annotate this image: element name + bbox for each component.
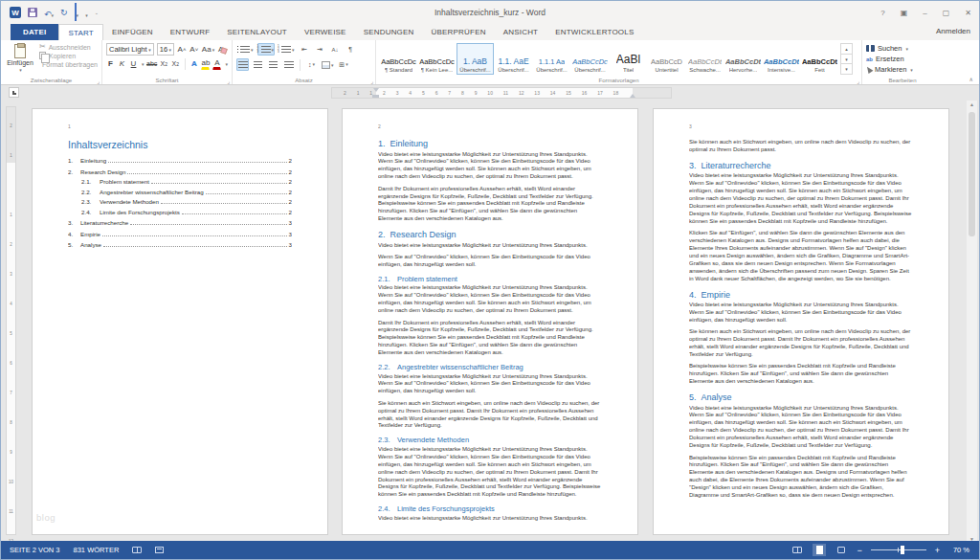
tab-start[interactable]: START	[58, 24, 102, 40]
align-right-button[interactable]	[267, 58, 279, 71]
customize-qat-icon[interactable]: ⌄	[95, 10, 99, 15]
zoom-level[interactable]: 70 %	[948, 546, 969, 554]
increase-indent-icon[interactable]: ⇥	[314, 43, 326, 56]
font-dialog-launcher-icon[interactable]: ⌟	[227, 78, 230, 84]
restore-icon[interactable]: ▢	[943, 9, 950, 17]
styles-dialog-launcher-icon[interactable]: ⌟	[857, 78, 859, 84]
tab-entwurf[interactable]: ENTWURF	[162, 24, 218, 40]
left-indent-marker[interactable]	[372, 95, 379, 98]
qat-list-button[interactable]: ▾	[85, 4, 88, 21]
page-1[interactable]: 1 Inhaltsverzeichnis 1.Einleitung2 2.Res…	[32, 108, 328, 535]
first-line-indent-marker[interactable]	[373, 88, 379, 92]
cut-button[interactable]: ✂Ausschneiden	[39, 43, 98, 51]
font-size-combo[interactable]: 16▾	[157, 43, 174, 56]
gallery-down-icon[interactable]: ▾	[841, 55, 852, 65]
font-name-dropdown-icon[interactable]: ▾	[148, 47, 151, 53]
zoom-slider-thumb[interactable]	[901, 546, 904, 554]
style-hervorhebung[interactable]: AaBbCcDtHervorhe...	[724, 43, 762, 75]
style-fett[interactable]: AaBbCcDtFett	[801, 43, 838, 75]
tab-seitenlayout[interactable]: SEITENLAYOUT	[218, 24, 296, 40]
numbering-button[interactable]: ▾	[257, 43, 276, 56]
style-intensive-hervorhebung[interactable]: AaBbCcDtIntensive...	[763, 43, 800, 75]
font-name-combo[interactable]: Calibri Light▾	[106, 43, 154, 56]
vertical-ruler[interactable]: 2 1 1 2 3 4 5 6 7 8 9 10 11 12	[6, 106, 16, 535]
horizontal-ruler[interactable]: 2 1 1 2 3 4 5 6 7 8 9 10 11 12 13 14 15 …	[331, 87, 672, 99]
collapse-ribbon-icon[interactable]: ∧	[969, 76, 973, 82]
shrink-font-button[interactable]: A˅	[189, 43, 199, 56]
clear-formatting-button[interactable]: A	[217, 43, 228, 56]
style-kein-leerraum[interactable]: AaBbCcDc¶ Kein Lee...	[418, 43, 456, 75]
proofing-icon[interactable]	[132, 547, 142, 553]
bullets-button[interactable]: ▾	[236, 43, 255, 56]
style-ueberschrift-3[interactable]: 1.1.1 AaÜberschrif...	[533, 43, 570, 75]
tab-ansicht[interactable]: ANSICHT	[495, 24, 547, 40]
word-count[interactable]: 831 WÖRTER	[74, 546, 120, 554]
paste-dropdown-icon[interactable]: ▾	[19, 67, 22, 73]
tab-einfuegen[interactable]: EINFÜGEN	[103, 24, 162, 40]
decrease-indent-icon[interactable]: ⇤	[299, 43, 311, 56]
style-ueberschrift-4[interactable]: AaBbCcDcÜberschrif...	[571, 43, 609, 75]
paste-button[interactable]: Einfügen ▾	[5, 43, 35, 74]
superscript-button[interactable]: X2	[171, 57, 180, 70]
close-icon[interactable]: ✕	[965, 9, 971, 17]
web-layout-button[interactable]	[835, 544, 848, 556]
show-paragraph-marks-icon[interactable]: ¶	[345, 43, 357, 56]
justify-button[interactable]	[282, 58, 295, 71]
text-effects-icon[interactable]: A	[189, 57, 198, 70]
italic-button[interactable]: K	[118, 57, 126, 70]
change-case-button[interactable]: Aa▾	[202, 43, 215, 56]
read-mode-button[interactable]	[791, 544, 804, 556]
sort-icon[interactable]: A↓	[329, 43, 342, 56]
replace-button[interactable]: abErsetzen	[866, 55, 939, 63]
print-layout-button[interactable]	[813, 544, 826, 556]
tab-sendungen[interactable]: SENDUNGEN	[355, 24, 423, 40]
tab-selector-button[interactable]	[9, 87, 19, 98]
bold-button[interactable]: F	[106, 57, 115, 70]
font-size-dropdown-icon[interactable]: ▾	[169, 47, 172, 53]
zoom-slider[interactable]	[871, 549, 926, 550]
clipboard-dialog-launcher-icon[interactable]: ⌟	[97, 78, 100, 84]
vertical-scrollbar[interactable]: ▲ ▼	[967, 101, 977, 543]
find-button[interactable]: Suchen▾	[866, 44, 939, 53]
align-center-button[interactable]	[252, 58, 264, 71]
sign-in-link[interactable]: Anmelden	[936, 27, 970, 35]
undo-button[interactable]: ↶▾	[44, 4, 54, 21]
subscript-button[interactable]: X2	[160, 57, 168, 70]
undo-dropdown-icon[interactable]: ▾	[52, 12, 55, 18]
tab-entwicklertools[interactable]: ENTWICKLERTOOLS	[546, 24, 642, 40]
underline-button[interactable]: U	[129, 57, 138, 70]
scrollbar-thumb[interactable]	[969, 112, 975, 236]
style-schwache-hervorhebung[interactable]: AaBbCcDtSchwache...	[686, 43, 724, 75]
gallery-more-icon[interactable]: ▾	[841, 64, 852, 74]
tab-ueberpruefen[interactable]: ÜBERPRÜFEN	[423, 24, 495, 40]
macro-icon[interactable]	[155, 547, 164, 553]
highlight-color-icon[interactable]: ab	[201, 57, 210, 70]
gallery-up-icon[interactable]: ▴	[841, 44, 852, 55]
style-untertitel[interactable]: AaBbCcDUntertitel	[648, 43, 685, 75]
style-ueberschrift-1[interactable]: 1. AaBÜberschrif...	[457, 43, 494, 75]
align-left-button[interactable]	[236, 58, 249, 71]
underline-dropdown-icon[interactable]: ▾	[142, 61, 145, 67]
grow-font-button[interactable]: A˄	[177, 43, 187, 56]
page-indicator[interactable]: SEITE 2 VON 3	[10, 546, 60, 554]
paragraph-dialog-launcher-icon[interactable]: ⌟	[370, 78, 373, 84]
zoom-out-button[interactable]: −	[857, 546, 861, 555]
ribbon-options-icon[interactable]: ▣	[901, 9, 908, 17]
multilevel-list-button[interactable]: ▾	[278, 43, 296, 56]
help-icon[interactable]: ?	[880, 9, 884, 17]
minimize-icon[interactable]: –	[923, 9, 926, 17]
style-standard[interactable]: AaBbCcDc¶ Standard	[380, 43, 417, 75]
page-2[interactable]: 2 1.Einleitung Video bietet eine leistun…	[342, 108, 638, 535]
shading-button[interactable]: ▾	[321, 58, 335, 71]
redo-icon[interactable]: ↻	[60, 8, 68, 17]
page-3[interactable]: 3 Sie können auch ein Stichwort eingeben…	[653, 108, 949, 535]
copy-button[interactable]: Kopieren	[39, 52, 98, 59]
line-spacing-icon[interactable]: ↕▾	[305, 58, 318, 71]
select-button[interactable]: Markieren▾	[866, 65, 939, 74]
save-icon[interactable]	[28, 8, 37, 17]
style-ueberschrift-2[interactable]: 1.1. AaEÜberschrif...	[495, 43, 532, 75]
tab-verweise[interactable]: VERWEISE	[296, 24, 355, 40]
style-titel[interactable]: AaBlTitel	[610, 43, 647, 75]
tab-datei[interactable]: DATEI	[11, 24, 58, 40]
scroll-up-icon[interactable]: ▲	[967, 101, 977, 107]
